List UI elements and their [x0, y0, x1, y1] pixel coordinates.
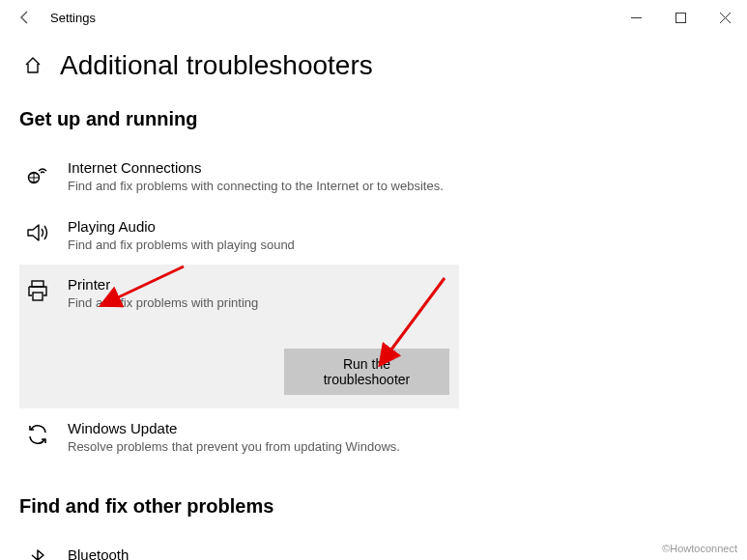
troubleshooter-title: Windows Update [68, 420, 449, 436]
troubleshooter-desc: Resolve problems that prevent you from u… [68, 438, 449, 456]
printer-icon [23, 276, 52, 305]
troubleshooter-title: Printer [68, 276, 449, 293]
troubleshooter-internet-connections[interactable]: Internet Connections Find and fix proble… [19, 148, 459, 207]
app-title: Settings [50, 11, 96, 25]
sync-icon [23, 420, 52, 449]
minimize-button[interactable] [614, 0, 658, 35]
bluetooth-icon [23, 546, 52, 560]
svg-rect-6 [33, 293, 43, 300]
speaker-icon [23, 218, 52, 247]
troubleshooter-title: Playing Audio [68, 218, 449, 235]
troubleshooter-title: Internet Connections [68, 159, 449, 176]
troubleshooter-desc: Find and fix problems with playing sound [68, 237, 449, 254]
troubleshooter-desc: Find and fix problems with connecting to… [68, 178, 449, 195]
run-troubleshooter-button[interactable]: Run the troubleshooter [284, 349, 449, 395]
troubleshooter-printer[interactable]: Printer Find and fix problems with print… [19, 265, 459, 408]
watermark: ©Howtoconnect [662, 543, 737, 554]
troubleshooter-title: Bluetooth [68, 546, 449, 560]
troubleshooter-bluetooth[interactable]: Bluetooth Find and fix problems with Blu… [19, 535, 459, 560]
back-button[interactable] [8, 0, 43, 35]
window-titlebar: Settings [0, 0, 747, 35]
page-header: Additional troubleshooters [0, 35, 747, 89]
troubleshooter-windows-update[interactable]: Windows Update Resolve problems that pre… [19, 408, 459, 467]
troubleshooter-playing-audio[interactable]: Playing Audio Find and fix problems with… [19, 207, 459, 266]
svg-rect-5 [32, 281, 43, 287]
svg-rect-1 [675, 13, 685, 22]
internet-icon [23, 159, 52, 188]
page-title: Additional troubleshooters [60, 50, 373, 81]
section-get-up-running: Get up and running [19, 108, 728, 130]
troubleshooter-desc: Find and fix problems with printing [68, 294, 449, 312]
home-icon[interactable] [23, 56, 43, 75]
maximize-button[interactable] [658, 0, 703, 35]
close-button[interactable] [703, 0, 747, 35]
section-find-fix-other: Find and fix other problems [19, 495, 728, 518]
